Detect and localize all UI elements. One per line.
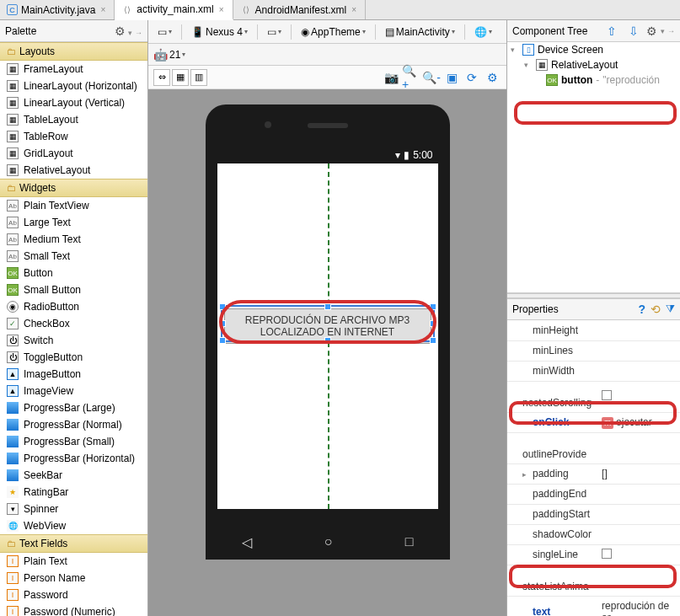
prop-value[interactable]: [] [602, 468, 608, 479]
property-row[interactable]: ▸padding[] [507, 463, 680, 484]
resize-handle[interactable] [219, 303, 226, 310]
palette-item[interactable]: ▦TableRow [0, 128, 147, 145]
property-row[interactable]: paddingStart [507, 504, 680, 524]
property-row[interactable]: outlineProvide [507, 432, 680, 463]
palette-item[interactable]: ⏻Switch [0, 332, 147, 349]
phone-screen[interactable]: ▾ ▮ 5:00 REPRODUCIÓN DE ARCHIVO MP3 LOCA… [217, 147, 438, 509]
property-row[interactable]: shadowColor [507, 524, 680, 544]
collapse-icon[interactable]: ▾ [524, 61, 533, 69]
chevron-down-icon[interactable]: ▾ → [128, 29, 142, 37]
tree-node-button[interactable]: OK button - "reprodución [507, 72, 680, 88]
refresh-icon[interactable]: ⟳ [463, 68, 481, 87]
toggle-grid-button[interactable]: ▥ [190, 69, 207, 86]
collapse-icon[interactable]: ⇩ [624, 22, 643, 40]
resize-handle[interactable] [430, 337, 436, 344]
property-row[interactable]: paddingEnd [507, 484, 680, 504]
resize-handle[interactable] [324, 337, 331, 344]
palette-item[interactable]: IPlain Text [0, 553, 147, 570]
zoom-fit-icon[interactable]: ▣ [442, 68, 461, 87]
expand-icon[interactable]: ▸ [522, 470, 533, 479]
resize-handle[interactable] [324, 303, 331, 310]
palette-item[interactable]: ⏻ToggleButton [0, 349, 147, 366]
resize-handle[interactable] [430, 320, 436, 327]
property-row[interactable]: minLines [507, 340, 680, 361]
back-icon[interactable]: ◁ [242, 534, 252, 550]
tree-node-device[interactable]: ▾ ▯ Device Screen [507, 42, 680, 57]
toggle-size-button[interactable]: ⇔ [153, 69, 170, 86]
hide-icon[interactable]: ▾ → [661, 27, 675, 35]
tab-mainactivity[interactable]: C MainActivity.java × [0, 0, 115, 19]
palette-item[interactable]: ▦LinearLayout (Vertical) [0, 94, 147, 111]
palette-item[interactable]: ✓CheckBox [0, 315, 147, 332]
property-row[interactable]: onClickmejecutar [507, 412, 680, 432]
palette-section-layouts[interactable]: 🗀 Layouts [0, 42, 147, 61]
close-icon[interactable]: × [99, 5, 107, 14]
palette-item[interactable]: ProgressBar (Small) [0, 433, 147, 450]
property-row[interactable]: textreprodución de ar [507, 596, 680, 616]
gear-icon[interactable]: ⚙ [115, 24, 126, 38]
palette-item[interactable]: ProgressBar (Normal) [0, 416, 147, 433]
palette-item[interactable]: ▦FrameLayout [0, 61, 147, 78]
property-row[interactable]: stateListAnima [507, 565, 680, 596]
toggle-bounds-button[interactable]: ▦ [172, 69, 189, 86]
zoom-out-icon[interactable]: 🔍- [422, 68, 441, 87]
checkbox[interactable] [602, 549, 612, 559]
tab-manifest[interactable]: ⟨⟩ AndroidManifest.xml × [233, 0, 367, 19]
zoom-in-icon[interactable]: 🔍+ [402, 68, 420, 87]
palette-item[interactable]: OKButton [0, 265, 147, 281]
palette-item[interactable]: ▲ImageButton [0, 366, 147, 383]
capture-button[interactable]: 📷 [382, 68, 400, 87]
palette-item[interactable]: IPassword [0, 587, 147, 603]
collapse-icon[interactable]: ▾ [511, 46, 519, 54]
palette-item[interactable]: AbLarge Text [0, 214, 147, 231]
palette-item[interactable]: ProgressBar (Horizontal) [0, 450, 147, 467]
tab-activity-main[interactable]: ⟨⟩ activity_main.xml × [115, 0, 233, 20]
palette-item[interactable]: ★RatingBar [0, 484, 147, 501]
close-icon[interactable]: × [350, 5, 358, 14]
palette-item[interactable]: ◉RadioButton [0, 298, 147, 315]
help-icon[interactable]: ? [638, 303, 645, 316]
palette-item[interactable]: OKSmall Button [0, 281, 147, 298]
theme-selector[interactable]: ◉ AppTheme▾ [297, 24, 370, 40]
property-row[interactable]: nestedScrolling [507, 381, 680, 412]
tree-node-relativelayout[interactable]: ▾ ▦ RelativeLayout [507, 57, 680, 72]
filter-icon[interactable]: ⧩ [666, 303, 675, 316]
close-icon[interactable]: × [217, 5, 226, 14]
palette-item[interactable]: ▦TableLayout [0, 111, 147, 128]
palette-item[interactable]: ProgressBar (Large) [0, 399, 147, 416]
locale-button[interactable]: 🌐▾ [470, 24, 496, 40]
palette-item[interactable]: IPassword (Numeric) [0, 603, 147, 616]
prop-value[interactable]: ejecutar [616, 416, 652, 428]
expand-icon[interactable]: ⇧ [602, 22, 621, 40]
property-row[interactable]: singleLine [507, 544, 680, 565]
resize-handle[interactable] [219, 337, 226, 344]
palette-item[interactable]: 🌐WebView [0, 517, 147, 534]
activity-selector[interactable]: ▤ MainActivity▾ [381, 24, 459, 40]
palette-item[interactable]: ▦GridLayout [0, 145, 147, 162]
chevron-down-icon[interactable]: ▾ [182, 51, 185, 58]
checkbox[interactable] [602, 390, 612, 400]
property-row[interactable]: minHeight [507, 320, 680, 340]
palette-item[interactable]: AbPlain TextView [0, 197, 147, 214]
palette-toggle-button[interactable]: ▭▾ [153, 24, 176, 40]
palette-item[interactable]: AbSmall Text [0, 248, 147, 265]
palette-item[interactable]: IPerson Name [0, 570, 147, 587]
gear-icon[interactable]: ⚙ [646, 24, 657, 38]
palette-section-textfields[interactable]: 🗀 Text Fields [0, 534, 147, 553]
prop-value[interactable]: reprodución de ar [602, 600, 669, 617]
home-icon[interactable]: ○ [324, 534, 333, 549]
property-row[interactable]: minWidth [507, 361, 680, 381]
palette-item[interactable]: ▲ImageView [0, 383, 147, 399]
palette-item[interactable]: ▦RelativeLayout [0, 162, 147, 179]
orientation-button[interactable]: ▭▾ [263, 24, 286, 40]
palette-item[interactable]: ▦LinearLayout (Horizontal) [0, 78, 147, 94]
settings-icon[interactable]: ⚙ [483, 68, 501, 87]
device-selector[interactable]: 📱 Nexus 4▾ [187, 24, 252, 40]
palette-section-widgets[interactable]: 🗀 Widgets [0, 179, 147, 197]
palette-item[interactable]: ▾Spinner [0, 501, 147, 517]
palette-item[interactable]: AbMedium Text [0, 231, 147, 248]
recents-icon[interactable]: □ [405, 534, 414, 549]
resize-handle[interactable] [430, 303, 436, 310]
resize-handle[interactable] [219, 320, 226, 327]
undo-icon[interactable]: ⟲ [651, 303, 661, 316]
